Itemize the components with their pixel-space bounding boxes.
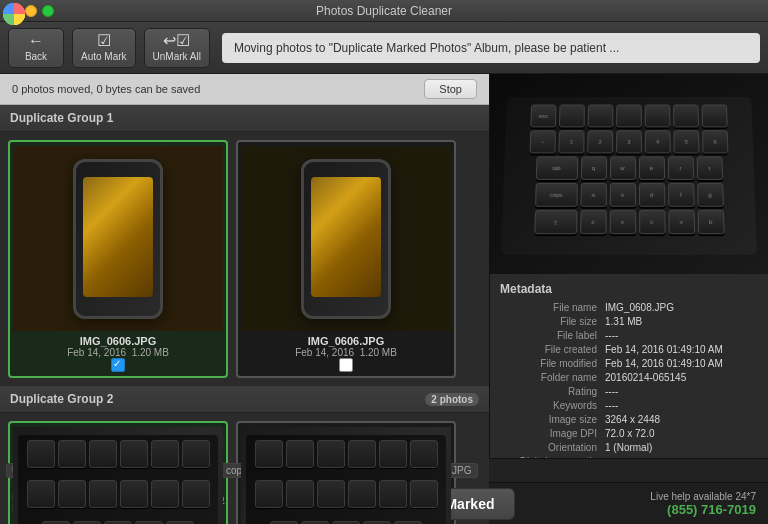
group-1-header: Duplicate Group 1 [0, 105, 489, 132]
photo-meta: Feb 14, 2016 1.20 MB [295, 347, 397, 358]
auto-mark-button[interactable]: ☑ Auto Mark [72, 28, 136, 68]
photo-filename: IMG_0606.JPG [80, 335, 156, 347]
meta-key: Digital zoom ratio [500, 456, 605, 458]
key: q [580, 156, 606, 180]
maximize-button[interactable] [42, 5, 54, 17]
key: c [639, 210, 666, 234]
notification-banner: Moving photos to "Duplicate Marked Photo… [222, 33, 760, 63]
key [588, 105, 614, 128]
meta-key: Orientation [500, 442, 605, 453]
meta-key: File size [500, 316, 605, 327]
photo-item[interactable]: IMG_0606.JPG Feb 14, 2016 1.20 MB [236, 140, 456, 378]
key: s [609, 183, 635, 207]
key: g [697, 183, 724, 207]
meta-value: Feb 14, 2016 01:49:10 AM [605, 358, 758, 369]
key: z [580, 210, 607, 234]
photo-item-keyboard2[interactable] [236, 421, 456, 524]
key [616, 105, 642, 128]
photo-item-keyboard1[interactable]: IMG_0608.JPG [8, 421, 228, 524]
key: r [667, 156, 693, 180]
toolbar: ← Back ☑ Auto Mark ↩☑ UnMark All Moving … [0, 22, 768, 74]
meta-key: File created [500, 344, 605, 355]
unmark-all-label: UnMark All [153, 51, 201, 62]
meta-value: ---- [605, 330, 758, 341]
meta-value: 20160214-065145 [605, 372, 758, 383]
key: t [696, 156, 723, 180]
metadata-row: Digital zoom ratio ---- [500, 456, 758, 458]
meta-value: IMG_0608.JPG [605, 302, 758, 313]
key [559, 105, 585, 128]
key: v [668, 210, 695, 234]
meta-key: Image DPI [500, 428, 605, 439]
meta-value: ---- [605, 386, 758, 397]
meta-key: File modified [500, 358, 605, 369]
meta-key: Rating [500, 386, 605, 397]
key: 4 [645, 130, 671, 153]
meta-value: 1 (Normal) [605, 442, 758, 453]
key: 2 [587, 130, 613, 153]
status-text: 0 photos moved, 0 bytes can be saved [12, 83, 200, 95]
key: 5 [673, 130, 699, 153]
key [701, 105, 727, 128]
back-label: Back [25, 51, 47, 62]
meta-value: 3264 x 2448 [605, 414, 758, 425]
unmark-all-button[interactable]: ↩☑ UnMark All [144, 28, 210, 68]
minimize-button[interactable] [25, 5, 37, 17]
bottom-right: Live help available 24*7 (855) 716-7019 [650, 491, 756, 517]
photos-panel: 0 photos moved, 0 bytes can be saved Sto… [0, 74, 490, 458]
meta-key: Keywords [500, 400, 605, 411]
group-2-header: Duplicate Group 2 2 photos [0, 386, 489, 413]
back-icon: ← [28, 33, 44, 49]
meta-key: File name [500, 302, 605, 313]
key: tab [535, 156, 577, 180]
key: 1 [558, 130, 584, 153]
key: caps [535, 183, 578, 207]
photo-filename: IMG_0606.JPG [308, 335, 384, 347]
metadata-section: Metadata File name IMG_0608.JPG File siz… [490, 274, 768, 458]
key: 3 [616, 130, 642, 153]
metadata-row: File label ---- [500, 330, 758, 341]
photo-checkbox[interactable] [111, 358, 125, 372]
key: ⇧ [534, 210, 577, 234]
auto-mark-icon: ☑ [97, 33, 111, 49]
metadata-row: File size 1.31 MB [500, 316, 758, 327]
phone-number: (855) 716-7019 [667, 502, 756, 517]
metadata-title: Metadata [500, 282, 758, 296]
status-bar: 0 photos moved, 0 bytes can be saved Sto… [0, 74, 489, 105]
key: w [609, 156, 635, 180]
meta-value: 72.0 x 72.0 [605, 428, 758, 439]
meta-value: ---- [605, 456, 758, 458]
photo-item[interactable]: IMG_0606.JPG Feb 14, 2016 1.20 MB [8, 140, 228, 378]
group-1-photos: IMG_0606.JPG Feb 14, 2016 1.20 MB IMG_06… [0, 132, 489, 386]
key: 6 [702, 130, 728, 153]
title-bar: Photos Duplicate Cleaner [0, 0, 768, 22]
key [645, 105, 671, 128]
metadata-rows: File name IMG_0608.JPG File size 1.31 MB… [500, 302, 758, 458]
key: esc [530, 105, 556, 128]
photo-checkbox-empty[interactable] [339, 358, 353, 372]
key: f [668, 183, 695, 207]
metadata-row: Keywords ---- [500, 400, 758, 411]
metadata-row: Orientation 1 (Normal) [500, 442, 758, 453]
preview-keyboard: esc ~ 1 2 3 4 5 [490, 74, 768, 274]
meta-value: 1.31 MB [605, 316, 758, 327]
metadata-row: Image size 3264 x 2448 [500, 414, 758, 425]
group-2-title: Duplicate Group 2 [10, 392, 113, 406]
metadata-row: File modified Feb 14, 2016 01:49:10 AM [500, 358, 758, 369]
window-title: Photos Duplicate Cleaner [316, 4, 452, 18]
unmark-icon: ↩☑ [163, 33, 190, 49]
metadata-row: Image DPI 72.0 x 72.0 [500, 428, 758, 439]
key: e [638, 156, 664, 180]
auto-mark-label: Auto Mark [81, 51, 127, 62]
group-2-badge: 2 photos [425, 393, 479, 406]
key: b [697, 210, 724, 234]
group-2-photos: IMG_0608.JPG [0, 413, 489, 524]
right-panel: esc ~ 1 2 3 4 5 [490, 74, 768, 458]
meta-key: File label [500, 330, 605, 341]
meta-value: Feb 14, 2016 01:49:10 AM [605, 344, 758, 355]
group-1-title: Duplicate Group 1 [10, 111, 113, 125]
notification-text: Moving photos to "Duplicate Marked Photo… [234, 41, 619, 55]
metadata-row: File created Feb 14, 2016 01:49:10 AM [500, 344, 758, 355]
back-button[interactable]: ← Back [8, 28, 64, 68]
stop-button[interactable]: Stop [424, 79, 477, 99]
